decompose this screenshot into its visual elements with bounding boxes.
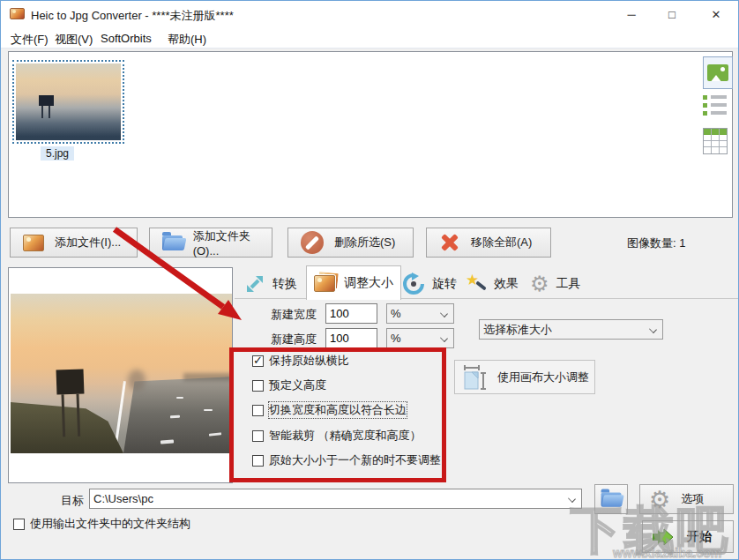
maximize-button[interactable]: □ (652, 1, 692, 27)
menu-file[interactable]: 文件(F) (7, 31, 52, 49)
checkbox-label: 原始大小小于一个新的时不要调整 (269, 452, 441, 468)
tab-effects-label: 效果 (494, 276, 519, 292)
gear-icon: ⚙ (649, 488, 670, 511)
thumbnail-selected[interactable] (12, 60, 124, 144)
checkbox-swap-width-height[interactable]: 切换宽度和高度以符合长边 (252, 402, 407, 418)
preview-panel (8, 267, 233, 483)
remove-all-button[interactable]: 移除全部(A) (426, 228, 551, 258)
chevron-down-icon (440, 310, 448, 317)
minimize-button[interactable]: ─ (611, 1, 652, 27)
add-files-label: 添加文件(I)... (55, 235, 121, 250)
preview-image (11, 294, 232, 453)
tab-resize-label: 调整大小 (344, 275, 393, 291)
thumbnail-sign-shape (39, 95, 54, 106)
file-list-panel: 5.jpg (8, 51, 733, 218)
photos-stack-icon (314, 273, 337, 293)
canvas-resize-label: 使用画布大小调整 (497, 370, 589, 385)
checkbox-box[interactable] (252, 430, 264, 442)
checkbox-label: 预定义高度 (269, 377, 326, 393)
tab-rotate[interactable]: 旋转 (395, 268, 464, 299)
checkbox-box[interactable] (252, 405, 264, 416)
open-folder-icon (601, 492, 622, 506)
chevron-down-icon (568, 495, 576, 503)
image-count-label: 图像数量: 1 (627, 235, 685, 251)
canvas-resize-icon (462, 364, 489, 391)
start-arrow-icon (652, 526, 678, 548)
menu-softorbits[interactable]: SoftOrbits (97, 31, 155, 46)
tab-rotate-label: 旋转 (432, 276, 457, 292)
folder-icon (162, 235, 183, 250)
thumbnail-filename: 5.jpg (41, 146, 74, 161)
gear-icon: ⚙ (530, 273, 549, 295)
details-view-button[interactable] (703, 128, 728, 154)
checkbox-label: 使用输出文件夹中的文件夹结构 (30, 516, 190, 532)
checkbox-box[interactable] (13, 519, 25, 530)
checkbox-keep-aspect-ratio[interactable]: 保持原始纵横比 (252, 353, 349, 369)
new-width-input[interactable] (325, 303, 377, 324)
checkbox-label: 智能裁剪 （精确宽度和高度） (269, 428, 422, 444)
add-folder-button[interactable]: 添加文件夹(O)... (149, 228, 272, 258)
tab-effects[interactable]: ★ 效果 (459, 268, 526, 299)
width-unit-select[interactable]: % (386, 303, 454, 324)
tab-resize[interactable]: 调整大小 (306, 265, 401, 300)
checkbox-folder-structure[interactable]: 使用输出文件夹中的文件夹结构 (13, 516, 190, 532)
list-view-icon (703, 95, 729, 99)
checkbox-no-resize-if-smaller[interactable]: 原始大小小于一个新的时不要调整 (252, 452, 441, 468)
chevron-down-icon (649, 325, 657, 333)
checkbox-predefined-height[interactable]: 预定义高度 (252, 377, 326, 393)
height-unit-select[interactable]: % (386, 328, 454, 348)
rotate-icon (402, 273, 425, 295)
details-view-icon (704, 129, 727, 135)
checkbox-label: 保持原始纵横比 (269, 353, 349, 369)
tab-convert[interactable]: 转换 (237, 268, 304, 299)
magic-wand-icon: ★ (466, 273, 487, 295)
start-button[interactable]: 开始 (642, 520, 734, 553)
target-path-combobox[interactable]: C:\Users\pc (89, 489, 582, 509)
tab-tools-label: 工具 (556, 276, 581, 292)
new-height-input[interactable] (325, 328, 377, 348)
checkbox-box[interactable] (252, 380, 264, 392)
thumbnail-image[interactable] (16, 63, 121, 140)
thumbnails-view-icon (707, 64, 728, 81)
tab-tools[interactable]: ⚙ 工具 (523, 268, 588, 299)
list-view-button[interactable] (703, 95, 729, 118)
options-label: 选项 (681, 491, 704, 507)
close-button[interactable]: ✕ (694, 1, 738, 27)
new-height-label: 新建高度 (271, 332, 317, 347)
tab-convert-label: 转换 (272, 276, 297, 292)
start-label: 开始 (687, 529, 712, 545)
delete-selected-label: 删除所选(S) (334, 235, 395, 250)
window-title: Heic to Jpg Converter - ****未注册版**** (31, 8, 234, 24)
title-bar: Heic to Jpg Converter - ****未注册版**** ─ □… (1, 1, 738, 27)
checkbox-box[interactable] (252, 455, 264, 467)
remove-all-label: 移除全部(A) (471, 235, 532, 250)
target-label: 目标 (61, 493, 84, 509)
photo-roadsign-shape (56, 369, 85, 394)
image-icon (23, 235, 44, 251)
standard-size-select[interactable]: 选择标准大小 (479, 319, 663, 340)
menu-help[interactable]: 帮助(H) (164, 31, 210, 49)
list-view-icon (703, 103, 729, 107)
width-unit-value: % (391, 307, 401, 320)
new-width-label: 新建宽度 (271, 307, 317, 323)
add-folder-label: 添加文件夹(O)... (193, 228, 272, 258)
app-logo-icon (10, 8, 25, 19)
checkbox-smart-crop[interactable]: 智能裁剪 （精确宽度和高度） (252, 428, 422, 444)
resize-arrows-icon (244, 273, 265, 295)
height-unit-value: % (391, 332, 401, 345)
standard-size-value: 选择标准大小 (483, 322, 552, 338)
thumbnails-view-button[interactable] (703, 56, 733, 89)
browse-folder-button[interactable] (594, 484, 628, 514)
canvas-resize-button[interactable]: 使用画布大小调整 (454, 360, 595, 394)
add-files-button[interactable]: 添加文件(I)... (10, 228, 138, 258)
menu-view[interactable]: 视图(V) (51, 31, 96, 49)
menu-bar: 文件(F) 视图(V) SoftOrbits 帮助(H) (1, 27, 738, 49)
remove-all-x-icon (439, 232, 460, 253)
chevron-down-icon (440, 334, 448, 342)
delete-selected-button[interactable]: 删除所选(S) (287, 228, 414, 258)
list-view-icon (703, 111, 729, 115)
app-window: Heic to Jpg Converter - ****未注册版**** ─ □… (0, 0, 739, 560)
options-button[interactable]: ⚙ 选项 (639, 484, 734, 514)
checkbox-label: 切换宽度和高度以符合长边 (269, 402, 407, 418)
checkbox-box[interactable] (252, 355, 264, 367)
